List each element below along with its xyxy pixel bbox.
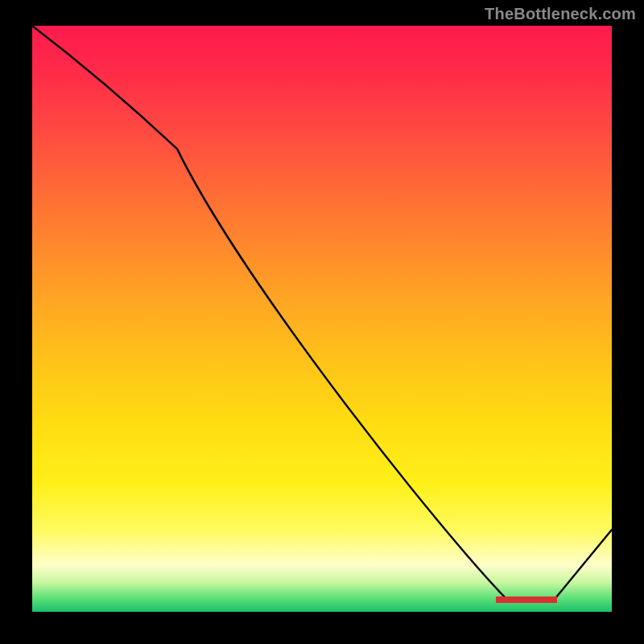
watermark-label: TheBottleneck.com (485, 5, 636, 23)
chart-stage: TheBottleneck.com BOTTLENECK-ED (0, 0, 644, 644)
plot-area: BOTTLENECK-ED (32, 26, 612, 612)
series-line (32, 26, 612, 600)
highlight-badge: BOTTLENECK-ED (496, 597, 557, 603)
bottleneck-curve (32, 26, 612, 612)
